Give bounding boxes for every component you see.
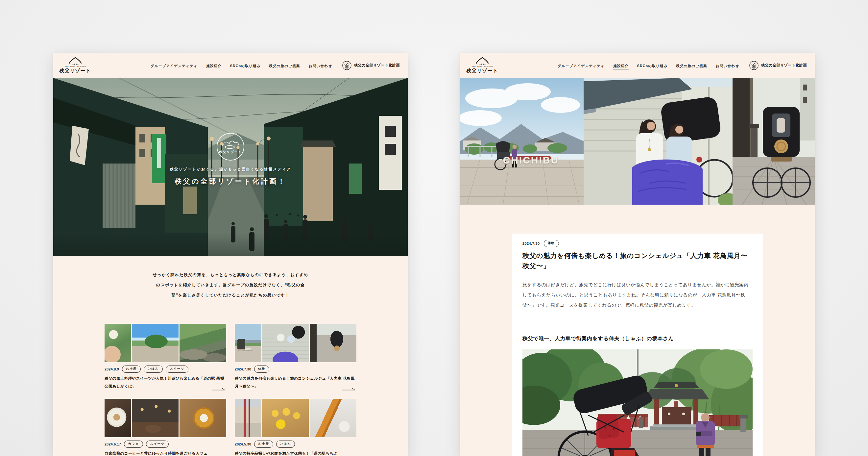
photo-rickshaw-street [310, 324, 356, 362]
post-title: 秩父の魅力を何倍も楽しめる！旅のコンシェルジュ「人力車 花鳥風月〜秩父〜」 [522, 251, 753, 271]
brand-name-en: CHICHIBU RESORT [471, 65, 494, 67]
gallery-photo-chichibu-plaza: CHICHIBU [460, 78, 584, 205]
hero-emblem-text: 秩父リゾート [216, 150, 245, 154]
header-cta-label: 秩父の全部リゾート化計画 [761, 63, 807, 68]
article-page: CHICHIBU RESORT 秩父リゾート グループアイデンティティ 施設紹介… [460, 53, 815, 456]
card-meta: 2024.5.30 お土産 ごはん [235, 440, 356, 448]
hero-overlay: 秩父リゾート 秩父リゾートがおくる、旅がもっと面白くなる情報メディア 秩父の全部… [53, 78, 408, 248]
photo-storefront [235, 399, 261, 437]
header-nav-area: グループアイデンティティ 施設紹介 SDGsの取り組み 秩父の旅のご提案 お問い… [558, 60, 807, 70]
home-page: CHICHIBU RESORT 秩父リゾート グループアイデンティティ 施設紹介… [53, 53, 408, 456]
gallery-photo-rickshaw-back [733, 78, 815, 205]
tag-badge[interactable]: スイーツ [146, 440, 169, 448]
nav-item-facilities[interactable]: 施設紹介 [613, 64, 629, 69]
stamp-icon [342, 60, 352, 70]
passengers-illustration [584, 78, 733, 205]
nav-item-contact[interactable]: お問い合わせ [716, 64, 739, 69]
intro-line: せっかく訪れた秩父の旅を、もっともっと素敵なものにできるよう、おすすめ [53, 270, 408, 280]
gallery-photo-passengers [584, 78, 733, 205]
card-date: 2024.8.9 [104, 367, 119, 371]
hero-emblem-icon [216, 132, 245, 161]
photo-curry-plate [180, 399, 226, 437]
stamp-icon [749, 60, 759, 70]
card-photo-strip [104, 324, 226, 362]
hero-tagline: 秩父リゾートがおくる、旅がもっと面白くなる情報メディア [169, 167, 291, 172]
main-nav: グループアイデンティティ 施設紹介 SDGsの取り組み 秩父の旅のご提案 お問い… [151, 62, 332, 68]
card-meta: 2024.6.17 カフェ スイーツ [104, 440, 226, 448]
roof-logo-icon [68, 57, 83, 65]
post-body: 旅をするのは好きだけど、旅先でどこに行けば良いか悩んでしまうことってありませんか… [522, 280, 753, 310]
photo-softserve [104, 324, 131, 362]
tag-badge[interactable]: ごはん [144, 366, 163, 373]
card-date: 2024.7.30 [235, 367, 251, 371]
card-photo-strip: CHICHIBU [235, 324, 356, 362]
intro-line: のスポットを紹介していきます。当グループの施設だけでなく、“秩父の全 [53, 280, 408, 290]
nav-item-travel-proposal[interactable]: 秩父の旅のご提案 [676, 64, 707, 69]
brand-name-en: CHICHIBU RESORT [64, 65, 87, 67]
nav-item-group-identity[interactable]: グループアイデンティティ [151, 64, 197, 69]
nav-item-contact[interactable]: お問い合わせ [309, 64, 332, 69]
article-card-michinoeki-chichibu[interactable]: 2024.5.30 お土産 ごはん 秩父の特産品探しやお腹を満たす休憩も！「道の… [235, 399, 356, 456]
card-title: 秩父の特産品探しやお腹を満たす休憩も！「道の駅ちちぶ」 [235, 450, 356, 456]
card-photo-strip [235, 399, 356, 437]
card-photo-strip [104, 399, 226, 437]
card-title: 秩父の魅力を何倍も楽しめる！旅のコンシェルジュ「人力車 花鳥風月〜秩父〜」 [235, 375, 356, 390]
tag-badge[interactable]: お土産 [254, 440, 273, 448]
card-date: 2024.6.17 [104, 442, 121, 446]
chichibu-sign-text: CHICHIBU [237, 348, 252, 351]
header-cta-link[interactable]: 秩父の全部リゾート化計画 [342, 60, 400, 70]
main-nav: グループアイデンティティ 施設紹介 SDGsの取り組み 秩父の旅のご提案 お問い… [558, 62, 739, 68]
tag-badge[interactable]: スイーツ [166, 366, 188, 373]
site-logo[interactable]: CHICHIBU RESORT 秩父リゾート [466, 57, 498, 74]
photo-cafe-interior [132, 399, 179, 437]
arrow-right-icon [212, 387, 225, 391]
post-date: 2024.7.30 [522, 241, 540, 246]
roof-logo-icon [475, 57, 490, 65]
tag-badge[interactable]: カフェ [124, 440, 143, 448]
tag-badge[interactable]: 体験 [254, 366, 269, 373]
photo-snack [310, 399, 356, 437]
chichibu-sign-text: CHICHIBU [503, 154, 559, 166]
hero-emblem: 秩父リゾート [216, 132, 245, 161]
rickshaw-back-illustration [733, 78, 815, 205]
hero-section: 秩父リゾート 秩父リゾートがおくる、旅がもっと面白くなる情報メディア 秩父の全部… [53, 78, 408, 256]
post-card: 2024.7.30 体験 秩父の魅力を何倍も楽しめる！旅のコンシェルジュ「人力車… [512, 234, 763, 456]
post-subheading: 秩父で唯一、人力車で街案内をする俥夫（しゃふ）の坂本さん [522, 335, 753, 342]
card-arrow[interactable] [342, 387, 356, 393]
intro-text: せっかく訪れた秩父の旅を、もっともっと素敵なものにできるよう、おすすめ のスポッ… [53, 270, 408, 301]
article-card-grid: 2024.8.9 お土産 ごはん スイーツ 秩父の郷土料理やスイーツが人気！川遊… [104, 324, 356, 456]
nav-item-group-identity[interactable]: グループアイデンティティ [558, 64, 604, 69]
header-nav-area: グループアイデンティティ 施設紹介 SDGsの取り組み 秩父の旅のご提案 お問い… [151, 60, 400, 70]
photo-plush-shop [262, 399, 309, 437]
photo-passengers [262, 324, 309, 362]
post-photo-shrine [522, 349, 753, 456]
article-card-michinoeki-ashigakubo[interactable]: 2024.8.9 お土産 ごはん スイーツ 秩父の郷土料理やスイーツが人気！川遊… [104, 324, 226, 393]
post-meta: 2024.7.30 体験 [522, 239, 753, 248]
card-meta: 2024.8.9 お土産 ごはん スイーツ [104, 366, 226, 373]
shrine-rickshaw-illustration [522, 349, 753, 456]
arrow-right-icon [342, 387, 356, 391]
photo-park [132, 324, 179, 362]
nav-item-sdgs[interactable]: SDGsの取り組み [637, 64, 668, 69]
tag-badge[interactable]: お土産 [122, 366, 141, 373]
brand-name-jp: 秩父リゾート [59, 68, 91, 74]
card-arrow[interactable] [212, 387, 225, 393]
nav-item-sdgs[interactable]: SDGsの取り組み [230, 64, 261, 69]
intro-line: 部”を楽しみ尽くしていただけることが私たちの想いです！ [53, 290, 408, 301]
card-meta: 2024.7.30 体験 [235, 366, 356, 373]
photo-latte [104, 399, 131, 437]
site-logo[interactable]: CHICHIBU RESORT 秩父リゾート [59, 57, 91, 74]
article-card-rickshaw[interactable]: CHICHIBU 2024.7.30 体験 秩父の魅力を何倍も楽しめる！旅のコン… [235, 324, 356, 393]
card-date: 2024.5.30 [235, 442, 251, 446]
photo-river [180, 324, 226, 362]
nav-item-facilities[interactable]: 施設紹介 [206, 64, 222, 69]
hero-title: 秩父の全部リゾート化計画！ [175, 177, 286, 186]
article-card-waplus-cafe[interactable]: 2024.6.17 カフェ スイーツ 自家焙煎のコーヒーと共にゆったり時間を過ご… [104, 399, 226, 456]
site-header: CHICHIBU RESORT 秩父リゾート グループアイデンティティ 施設紹介… [460, 53, 815, 78]
article-gallery: CHICHIBU [460, 78, 815, 205]
tag-badge[interactable]: ごはん [276, 440, 295, 448]
tag-badge[interactable]: 体験 [544, 240, 559, 247]
header-cta-link[interactable]: 秩父の全部リゾート化計画 [749, 60, 807, 70]
header-cta-label: 秩父の全部リゾート化計画 [354, 63, 400, 68]
nav-item-travel-proposal[interactable]: 秩父の旅のご提案 [269, 64, 300, 69]
